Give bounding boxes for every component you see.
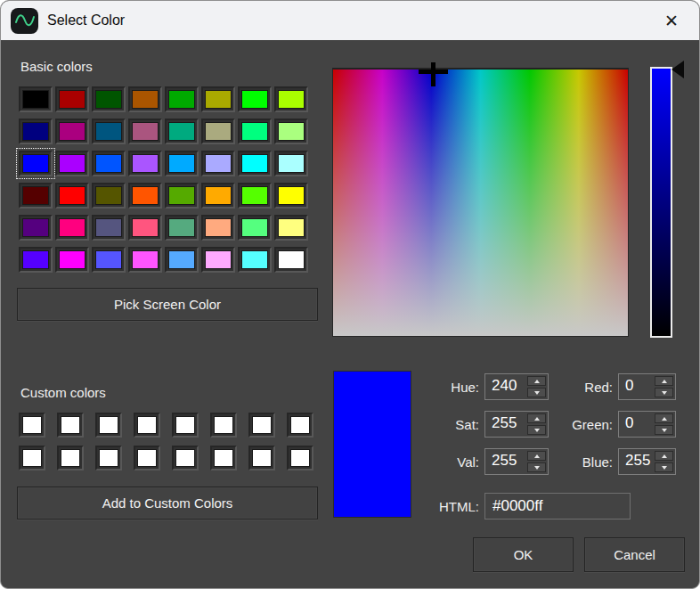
basic-color-swatch[interactable] [201, 183, 235, 209]
swatch-color-fill [252, 416, 272, 434]
custom-color-swatch[interactable] [248, 446, 275, 470]
custom-color-swatch[interactable] [287, 413, 313, 438]
custom-color-swatch[interactable] [57, 446, 84, 470]
basic-color-swatch[interactable] [201, 86, 235, 112]
hue-saturation-picker[interactable] [332, 68, 629, 337]
basic-color-swatch[interactable] [128, 215, 162, 241]
basic-color-swatch[interactable] [201, 151, 235, 176]
red-decrement-button[interactable] [655, 388, 673, 397]
basic-color-swatch[interactable] [201, 119, 235, 144]
basic-color-swatch[interactable] [92, 86, 126, 112]
basic-color-swatch[interactable] [55, 86, 89, 112]
custom-color-swatch[interactable] [57, 413, 84, 438]
basic-color-swatch[interactable] [128, 86, 162, 112]
basic-color-swatch[interactable] [92, 247, 126, 273]
red-spinbox[interactable]: 0 [618, 373, 676, 400]
green-increment-button[interactable] [655, 413, 673, 423]
basic-color-swatch[interactable] [165, 183, 199, 209]
swatch-color-fill [214, 449, 233, 467]
basic-color-swatch[interactable] [165, 247, 199, 273]
basic-color-swatch[interactable] [128, 183, 162, 209]
custom-color-swatch[interactable] [95, 413, 122, 438]
basic-color-swatch[interactable] [274, 86, 308, 112]
add-to-custom-colors-button[interactable]: Add to Custom Colors [17, 487, 318, 519]
custom-color-swatch[interactable] [134, 413, 160, 438]
basic-color-swatch[interactable] [128, 247, 162, 273]
red-increment-button[interactable] [655, 376, 673, 386]
basic-color-swatch[interactable] [19, 183, 53, 209]
basic-color-swatch[interactable] [19, 247, 53, 273]
swatch-color-fill [175, 449, 195, 467]
basic-color-swatch[interactable] [92, 151, 126, 176]
swatch-color-fill [22, 449, 42, 467]
basic-color-swatch[interactable] [92, 215, 126, 241]
basic-color-swatch[interactable] [19, 119, 53, 144]
sat-value[interactable]: 255 [485, 412, 527, 437]
basic-color-swatch[interactable] [165, 119, 199, 144]
basic-color-swatch[interactable] [201, 215, 235, 241]
basic-color-swatch[interactable] [165, 151, 199, 176]
custom-color-swatch[interactable] [172, 413, 199, 438]
custom-color-swatch[interactable] [134, 446, 160, 470]
cancel-button[interactable]: Cancel [584, 537, 685, 572]
custom-color-swatch[interactable] [95, 446, 122, 470]
basic-color-swatch[interactable] [238, 151, 272, 176]
basic-color-swatch[interactable] [238, 215, 272, 241]
val-value[interactable]: 255 [485, 449, 527, 474]
basic-color-swatch[interactable] [128, 119, 162, 144]
html-hex-input[interactable]: #0000ff [484, 493, 631, 519]
basic-color-swatch[interactable] [238, 86, 272, 112]
basic-color-swatch[interactable] [274, 215, 308, 241]
swatch-color-fill [22, 416, 42, 434]
basic-color-swatch[interactable] [238, 183, 272, 209]
basic-color-swatch[interactable] [165, 215, 199, 241]
blue-decrement-button[interactable] [655, 462, 673, 472]
hue-value[interactable]: 240 [485, 374, 527, 399]
basic-color-swatch[interactable] [274, 151, 308, 176]
swatch-color-fill [241, 250, 268, 269]
pick-screen-color-button[interactable]: Pick Screen Color [17, 288, 318, 321]
green-spinbox[interactable]: 0 [618, 411, 676, 438]
basic-color-swatch[interactable] [19, 151, 53, 176]
basic-color-swatch[interactable] [128, 151, 162, 176]
close-button[interactable]: ✕ [651, 1, 692, 40]
swatch-color-fill [95, 186, 122, 205]
custom-color-swatch[interactable] [19, 413, 45, 438]
basic-color-swatch[interactable] [92, 119, 126, 144]
basic-color-swatch[interactable] [238, 119, 272, 144]
basic-color-swatch[interactable] [238, 247, 272, 273]
red-value[interactable]: 0 [619, 374, 655, 399]
custom-color-swatch[interactable] [210, 413, 237, 438]
swatch-color-fill [22, 186, 49, 205]
custom-color-swatch[interactable] [210, 446, 237, 470]
basic-color-swatch[interactable] [55, 215, 89, 241]
basic-color-swatch[interactable] [274, 247, 308, 273]
basic-color-swatch[interactable] [19, 86, 53, 112]
blue-increment-button[interactable] [655, 451, 673, 461]
value-luminance-slider[interactable] [650, 67, 672, 338]
custom-color-swatch[interactable] [287, 446, 313, 470]
title-bar[interactable]: Select Color ✕ [1, 1, 699, 40]
custom-color-swatch[interactable] [248, 413, 275, 438]
swatch-color-fill [95, 218, 122, 237]
basic-color-swatch[interactable] [55, 183, 89, 209]
swatch-color-fill [205, 250, 232, 269]
basic-color-swatch[interactable] [274, 183, 308, 209]
value-slider-arrow-indicator[interactable] [672, 61, 684, 78]
basic-color-swatch[interactable] [92, 183, 126, 209]
basic-color-swatch[interactable] [19, 215, 53, 241]
blue-value[interactable]: 255 [619, 449, 655, 474]
basic-color-swatch[interactable] [55, 119, 89, 144]
basic-color-swatch[interactable] [55, 151, 89, 176]
custom-color-swatch[interactable] [172, 446, 199, 470]
basic-color-swatch[interactable] [274, 119, 308, 144]
green-decrement-button[interactable] [655, 425, 673, 435]
basic-color-swatch[interactable] [55, 247, 89, 273]
basic-color-swatch[interactable] [165, 86, 199, 112]
blue-spinbox[interactable]: 255 [618, 448, 676, 475]
green-value[interactable]: 0 [619, 412, 655, 437]
ok-button[interactable]: OK [473, 537, 574, 572]
basic-color-swatch[interactable] [201, 247, 235, 273]
custom-color-swatch[interactable] [19, 446, 45, 470]
swatch-color-fill [132, 250, 159, 269]
